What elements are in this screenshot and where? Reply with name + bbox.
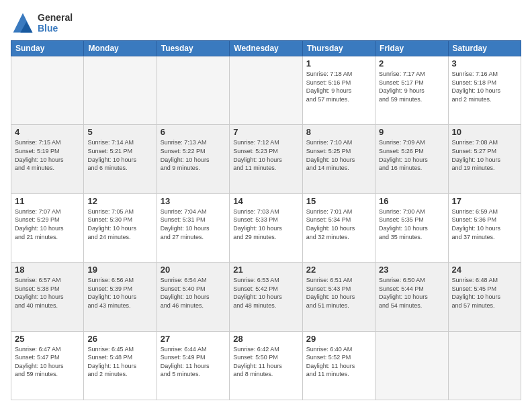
calendar-cell: 2Sunrise: 7:17 AM Sunset: 5:17 PM Daylig… [375, 56, 448, 125]
calendar-cell: 15Sunrise: 7:01 AM Sunset: 5:34 PM Dayli… [302, 193, 375, 262]
day-info: Sunrise: 6:40 AM Sunset: 5:52 PM Dayligh… [306, 345, 371, 379]
day-info: Sunrise: 7:01 AM Sunset: 5:34 PM Dayligh… [306, 208, 371, 241]
day-info: Sunrise: 7:15 AM Sunset: 5:19 PM Dayligh… [15, 138, 80, 172]
logo: General Blue [11, 11, 73, 35]
calendar-cell: 5Sunrise: 7:14 AM Sunset: 5:21 PM Daylig… [84, 125, 157, 193]
day-info: Sunrise: 7:14 AM Sunset: 5:21 PM Dayligh… [87, 138, 152, 172]
calendar-cell: 14Sunrise: 7:03 AM Sunset: 5:33 PM Dayli… [230, 193, 302, 262]
day-info: Sunrise: 6:47 AM Sunset: 5:47 PM Dayligh… [15, 345, 80, 379]
calendar-cell: 1Sunrise: 7:18 AM Sunset: 5:16 PM Daylig… [302, 56, 375, 125]
day-info: Sunrise: 7:13 AM Sunset: 5:22 PM Dayligh… [161, 138, 226, 172]
day-number: 13 [161, 196, 226, 206]
calendar-cell: 10Sunrise: 7:08 AM Sunset: 5:27 PM Dayli… [448, 125, 521, 193]
day-number: 19 [87, 265, 152, 275]
day-info: Sunrise: 6:44 AM Sunset: 5:49 PM Dayligh… [161, 345, 226, 379]
calendar-cell [11, 56, 84, 125]
day-info: Sunrise: 6:51 AM Sunset: 5:43 PM Dayligh… [306, 276, 371, 310]
calendar-week-row: 1Sunrise: 7:18 AM Sunset: 5:16 PM Daylig… [11, 56, 521, 125]
day-info: Sunrise: 7:04 AM Sunset: 5:31 PM Dayligh… [161, 208, 226, 241]
calendar-cell: 13Sunrise: 7:04 AM Sunset: 5:31 PM Dayli… [157, 193, 229, 262]
day-number: 4 [15, 127, 80, 137]
weekday-header-friday: Friday [375, 41, 448, 56]
day-info: Sunrise: 6:42 AM Sunset: 5:50 PM Dayligh… [233, 345, 298, 379]
day-number: 21 [233, 265, 298, 275]
calendar-cell [375, 331, 448, 400]
calendar-cell [230, 56, 302, 125]
calendar-cell: 25Sunrise: 6:47 AM Sunset: 5:47 PM Dayli… [11, 331, 84, 400]
day-info: Sunrise: 6:54 AM Sunset: 5:40 PM Dayligh… [161, 276, 226, 310]
day-info: Sunrise: 7:08 AM Sunset: 5:27 PM Dayligh… [452, 138, 517, 172]
day-number: 28 [233, 334, 298, 344]
day-number: 22 [306, 265, 371, 275]
calendar-cell: 23Sunrise: 6:50 AM Sunset: 5:44 PM Dayli… [375, 263, 448, 331]
day-number: 15 [306, 196, 371, 206]
logo-text: General Blue [38, 12, 73, 34]
day-info: Sunrise: 7:10 AM Sunset: 5:25 PM Dayligh… [306, 138, 371, 172]
day-info: Sunrise: 6:53 AM Sunset: 5:42 PM Dayligh… [233, 276, 298, 310]
weekday-header-row: SundayMondayTuesdayWednesdayThursdayFrid… [11, 41, 521, 56]
calendar-week-row: 18Sunrise: 6:57 AM Sunset: 5:38 PM Dayli… [11, 263, 521, 331]
day-info: Sunrise: 6:50 AM Sunset: 5:44 PM Dayligh… [379, 276, 444, 310]
header: General Blue [11, 11, 521, 35]
calendar-cell: 26Sunrise: 6:45 AM Sunset: 5:48 PM Dayli… [84, 331, 157, 400]
day-info: Sunrise: 7:07 AM Sunset: 5:29 PM Dayligh… [15, 208, 80, 241]
calendar-week-row: 25Sunrise: 6:47 AM Sunset: 5:47 PM Dayli… [11, 331, 521, 400]
day-info: Sunrise: 6:57 AM Sunset: 5:38 PM Dayligh… [15, 276, 80, 310]
day-info: Sunrise: 6:45 AM Sunset: 5:48 PM Dayligh… [87, 345, 152, 379]
day-number: 7 [233, 127, 298, 137]
calendar-cell: 9Sunrise: 7:09 AM Sunset: 5:26 PM Daylig… [375, 125, 448, 193]
weekday-header-tuesday: Tuesday [157, 41, 229, 56]
day-number: 12 [87, 196, 152, 206]
day-info: Sunrise: 6:48 AM Sunset: 5:45 PM Dayligh… [452, 276, 517, 310]
day-number: 29 [306, 334, 371, 344]
calendar-table: SundayMondayTuesdayWednesdayThursdayFrid… [11, 40, 521, 400]
day-number: 26 [87, 334, 152, 344]
day-number: 5 [87, 127, 152, 137]
calendar-cell [448, 331, 521, 400]
day-number: 23 [379, 265, 444, 275]
day-number: 11 [15, 196, 80, 206]
calendar-cell: 6Sunrise: 7:13 AM Sunset: 5:22 PM Daylig… [157, 125, 229, 193]
calendar-cell: 21Sunrise: 6:53 AM Sunset: 5:42 PM Dayli… [230, 263, 302, 331]
weekday-header-sunday: Sunday [11, 41, 84, 56]
weekday-header-wednesday: Wednesday [230, 41, 302, 56]
calendar-cell [157, 56, 229, 125]
page: General Blue SundayMondayTuesdayWednesda… [0, 0, 532, 411]
calendar-cell: 8Sunrise: 7:10 AM Sunset: 5:25 PM Daylig… [302, 125, 375, 193]
day-number: 9 [379, 127, 444, 137]
day-number: 14 [233, 196, 298, 206]
weekday-header-thursday: Thursday [302, 41, 375, 56]
calendar-cell: 16Sunrise: 7:00 AM Sunset: 5:35 PM Dayli… [375, 193, 448, 262]
day-info: Sunrise: 7:12 AM Sunset: 5:23 PM Dayligh… [233, 138, 298, 172]
day-number: 27 [161, 334, 226, 344]
day-number: 25 [15, 334, 80, 344]
calendar-cell: 7Sunrise: 7:12 AM Sunset: 5:23 PM Daylig… [230, 125, 302, 193]
day-number: 18 [15, 265, 80, 275]
calendar-cell: 3Sunrise: 7:16 AM Sunset: 5:18 PM Daylig… [448, 56, 521, 125]
day-info: Sunrise: 7:18 AM Sunset: 5:16 PM Dayligh… [306, 70, 371, 103]
calendar-week-row: 11Sunrise: 7:07 AM Sunset: 5:29 PM Dayli… [11, 193, 521, 262]
logo-icon [11, 11, 35, 35]
day-info: Sunrise: 7:03 AM Sunset: 5:33 PM Dayligh… [233, 208, 298, 241]
day-number: 24 [452, 265, 517, 275]
day-info: Sunrise: 6:56 AM Sunset: 5:39 PM Dayligh… [87, 276, 152, 310]
calendar-cell: 22Sunrise: 6:51 AM Sunset: 5:43 PM Dayli… [302, 263, 375, 331]
calendar-cell: 28Sunrise: 6:42 AM Sunset: 5:50 PM Dayli… [230, 331, 302, 400]
calendar-week-row: 4Sunrise: 7:15 AM Sunset: 5:19 PM Daylig… [11, 125, 521, 193]
weekday-header-monday: Monday [84, 41, 157, 56]
calendar-cell: 29Sunrise: 6:40 AM Sunset: 5:52 PM Dayli… [302, 331, 375, 400]
day-info: Sunrise: 7:17 AM Sunset: 5:17 PM Dayligh… [379, 70, 444, 103]
calendar-cell: 11Sunrise: 7:07 AM Sunset: 5:29 PM Dayli… [11, 193, 84, 262]
day-number: 20 [161, 265, 226, 275]
calendar-cell: 4Sunrise: 7:15 AM Sunset: 5:19 PM Daylig… [11, 125, 84, 193]
day-number: 8 [306, 127, 371, 137]
day-info: Sunrise: 7:05 AM Sunset: 5:30 PM Dayligh… [87, 208, 152, 241]
day-number: 10 [452, 127, 517, 137]
day-number: 1 [306, 58, 371, 68]
calendar-cell: 12Sunrise: 7:05 AM Sunset: 5:30 PM Dayli… [84, 193, 157, 262]
calendar-cell [84, 56, 157, 125]
calendar-cell: 18Sunrise: 6:57 AM Sunset: 5:38 PM Dayli… [11, 263, 84, 331]
day-info: Sunrise: 7:09 AM Sunset: 5:26 PM Dayligh… [379, 138, 444, 172]
calendar-cell: 19Sunrise: 6:56 AM Sunset: 5:39 PM Dayli… [84, 263, 157, 331]
day-number: 17 [452, 196, 517, 206]
